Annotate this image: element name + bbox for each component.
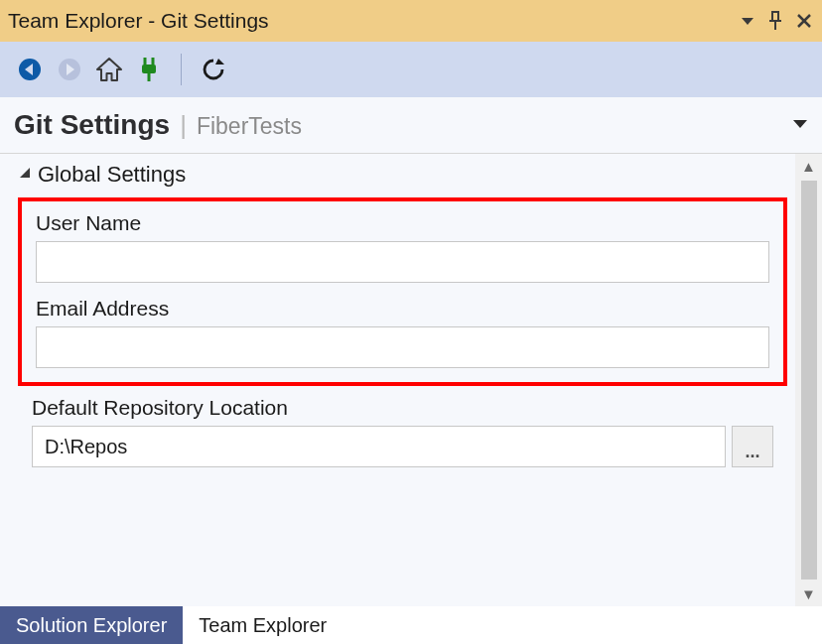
header-separator: | (180, 110, 187, 141)
email-input[interactable] (36, 326, 769, 368)
username-field-group: User Name (36, 211, 769, 283)
page-header: Git Settings | FiberTests (0, 97, 822, 154)
tab-team-explorer[interactable]: Team Explorer (183, 606, 342, 644)
scroll-down-icon[interactable]: ▼ (801, 585, 816, 602)
header-text: Git Settings | FiberTests (14, 109, 302, 141)
svg-rect-1 (772, 12, 778, 21)
username-input[interactable] (36, 241, 769, 283)
repo-label: Default Repository Location (32, 396, 773, 420)
content-area: Global Settings User Name Email Address … (0, 154, 822, 606)
global-settings-label: Global Settings (38, 162, 186, 188)
toolbar (0, 42, 822, 97)
close-icon[interactable] (796, 13, 812, 29)
repo-row: ... (32, 426, 773, 467)
content-body: Global Settings User Name Email Address … (0, 154, 795, 606)
toolbar-divider (181, 54, 182, 85)
page-menu-dropdown-icon[interactable] (792, 116, 808, 134)
window-controls (741, 11, 812, 31)
window-titlebar: Team Explorer - Git Settings (0, 0, 822, 42)
vertical-scrollbar[interactable]: ▲ ▼ (795, 154, 822, 606)
collapse-icon (18, 167, 32, 184)
browse-label: ... (745, 442, 759, 462)
home-icon[interactable] (91, 52, 127, 87)
scroll-thumb[interactable] (801, 181, 817, 580)
email-field-group: Email Address (36, 297, 769, 368)
email-label: Email Address (36, 297, 769, 321)
highlighted-fields: User Name Email Address (18, 197, 787, 386)
plug-icon[interactable] (131, 52, 167, 87)
browse-button[interactable]: ... (732, 426, 773, 467)
bottom-tab-bar: Solution Explorer Team Explorer (0, 606, 822, 644)
global-settings-header[interactable]: Global Settings (18, 162, 787, 188)
svg-rect-13 (142, 64, 156, 73)
svg-marker-0 (742, 18, 754, 25)
tab-solution-explorer-label: Solution Explorer (16, 614, 167, 637)
svg-marker-10 (97, 59, 121, 80)
page-title: Git Settings (14, 109, 170, 141)
pin-icon[interactable] (766, 11, 784, 31)
username-label: User Name (36, 211, 769, 235)
window-title: Team Explorer - Git Settings (8, 9, 269, 33)
scroll-up-icon[interactable]: ▲ (801, 158, 816, 175)
forward-icon (52, 52, 87, 87)
tab-solution-explorer[interactable]: Solution Explorer (0, 606, 183, 644)
svg-marker-16 (793, 120, 807, 128)
svg-marker-17 (20, 168, 30, 178)
back-icon[interactable] (12, 52, 48, 87)
svg-marker-15 (215, 59, 224, 64)
refresh-icon[interactable] (196, 52, 231, 87)
repo-location-input[interactable] (32, 426, 726, 467)
window-menu-dropdown-icon[interactable] (741, 16, 754, 26)
repo-section: Default Repository Location ... (18, 396, 787, 467)
tab-team-explorer-label: Team Explorer (199, 614, 327, 637)
page-subtitle: FiberTests (197, 113, 302, 140)
